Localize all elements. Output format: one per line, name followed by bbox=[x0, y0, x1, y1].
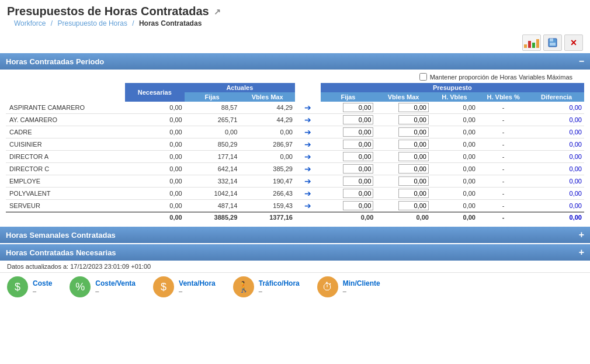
totals-diferencia: 0,00 bbox=[529, 212, 584, 222]
pres-fijas-input[interactable] bbox=[343, 201, 373, 210]
kpi-min_cliente-label: Min/Cliente bbox=[343, 279, 380, 287]
totals-hvbles-pct: - bbox=[478, 212, 529, 222]
row-label: DIRECTOR C bbox=[6, 163, 125, 175]
row-pres-fijas[interactable] bbox=[321, 163, 376, 175]
row-act-fijas: 487,14 bbox=[185, 200, 240, 213]
row-pres-vbles[interactable] bbox=[376, 138, 431, 151]
proporcion-label[interactable]: Mantener proporción de Horas Variables M… bbox=[430, 74, 572, 81]
th-diferencia: Diferencia bbox=[529, 92, 584, 102]
section-toggle-necesarias[interactable]: + bbox=[579, 247, 584, 258]
row-necesarias: 0,00 bbox=[125, 175, 185, 188]
row-pres-fijas[interactable] bbox=[321, 102, 376, 114]
totals-act-fijas: 3885,29 bbox=[185, 212, 240, 222]
pres-fijas-input[interactable] bbox=[343, 152, 373, 161]
totals-act-vbles: 1377,16 bbox=[240, 212, 295, 222]
row-label: CADRE bbox=[6, 126, 125, 138]
breadcrumb-presupuesto[interactable]: Presupuesto de Horas bbox=[58, 19, 127, 27]
row-diferencia: 0,00 bbox=[529, 102, 584, 114]
kpi-coste_venta-value: – bbox=[95, 287, 136, 294]
row-act-vbles: 0,00 bbox=[240, 126, 295, 138]
row-necesarias: 0,00 bbox=[125, 200, 185, 213]
pres-vbles-input[interactable] bbox=[398, 103, 429, 112]
pres-vbles-input[interactable] bbox=[398, 152, 429, 161]
row-hvbles-pct: - bbox=[478, 151, 529, 163]
breadcrumb-workforce[interactable]: Workforce bbox=[14, 19, 46, 27]
kpi-venta_hora[interactable]: $ Venta/Hora – bbox=[153, 276, 216, 297]
proporcion-checkbox[interactable] bbox=[419, 73, 427, 81]
close-button[interactable]: × bbox=[564, 34, 583, 51]
row-pres-fijas[interactable] bbox=[321, 188, 376, 200]
expand-icon[interactable]: ↗ bbox=[214, 7, 221, 16]
pres-fijas-input[interactable] bbox=[343, 140, 373, 149]
pres-fijas-input[interactable] bbox=[343, 176, 373, 186]
row-pres-vbles[interactable] bbox=[376, 200, 431, 213]
row-pres-fijas[interactable] bbox=[321, 175, 376, 188]
row-diferencia: 0,00 bbox=[529, 188, 584, 200]
pres-vbles-input[interactable] bbox=[398, 127, 429, 137]
row-act-fijas: 1042,14 bbox=[185, 188, 240, 200]
horas-contratadas-section: Horas Contratadas Periodo − Mantener pro… bbox=[0, 53, 590, 226]
row-pres-fijas[interactable] bbox=[321, 126, 376, 138]
section-toggle-semanales[interactable]: + bbox=[579, 230, 584, 240]
row-act-fijas: 0,00 bbox=[185, 126, 240, 138]
row-act-vbles: 0,00 bbox=[240, 151, 295, 163]
totals-arrow bbox=[295, 212, 321, 222]
row-pres-fijas[interactable] bbox=[321, 114, 376, 126]
totals-pres-fijas: 0,00 bbox=[321, 212, 376, 222]
kpi-coste[interactable]: $ Coste – bbox=[7, 276, 52, 297]
row-diferencia: 0,00 bbox=[529, 138, 584, 151]
row-pres-vbles[interactable] bbox=[376, 151, 431, 163]
pres-fijas-input[interactable] bbox=[343, 103, 373, 112]
horas-contratadas-content: Mantener proporción de Horas Variables M… bbox=[0, 70, 590, 226]
pres-vbles-input[interactable] bbox=[398, 201, 429, 210]
kpi-bar: $ Coste – % Coste/Venta – $ Venta/Hora –… bbox=[0, 272, 590, 301]
section-header-necesarias[interactable]: Horas Contratadas Necesarias + bbox=[0, 244, 590, 261]
row-necesarias: 0,00 bbox=[125, 151, 185, 163]
page-title: Presupuestos de Horas Contratadas ↗ bbox=[7, 5, 583, 18]
table-row: SERVEUR 0,00 487,14 159,43 ➔ 0,00 - 0,00 bbox=[6, 200, 584, 213]
kpi-venta_hora-value: – bbox=[179, 287, 216, 294]
kpi-coste-icon: $ bbox=[7, 276, 28, 297]
pres-fijas-input[interactable] bbox=[343, 115, 373, 124]
row-hvbles: 0,00 bbox=[431, 151, 478, 163]
row-pres-vbles[interactable] bbox=[376, 163, 431, 175]
row-label: DIRECTOR A bbox=[6, 151, 125, 163]
row-pres-vbles[interactable] bbox=[376, 188, 431, 200]
kpi-min_cliente-text: Min/Cliente – bbox=[343, 279, 380, 294]
row-act-vbles: 159,43 bbox=[240, 200, 295, 213]
row-pres-vbles[interactable] bbox=[376, 175, 431, 188]
row-label: CUISINIER bbox=[6, 138, 125, 151]
kpi-venta_hora-icon: $ bbox=[153, 276, 174, 297]
pres-vbles-input[interactable] bbox=[398, 189, 429, 198]
kpi-coste_venta[interactable]: % Coste/Venta – bbox=[70, 276, 136, 297]
pres-fijas-input[interactable] bbox=[343, 164, 373, 174]
section-header-semanales[interactable]: Horas Semanales Contratadas + bbox=[0, 227, 590, 243]
row-pres-vbles[interactable] bbox=[376, 114, 431, 126]
row-arrow: ➔ bbox=[295, 138, 321, 151]
kpi-trafico_hora[interactable]: 🚶 Tráfico/Hora – bbox=[233, 276, 300, 297]
save-button[interactable] bbox=[543, 34, 562, 51]
pres-fijas-input[interactable] bbox=[343, 189, 373, 198]
pres-vbles-input[interactable] bbox=[398, 115, 429, 124]
row-pres-fijas[interactable] bbox=[321, 151, 376, 163]
row-pres-vbles[interactable] bbox=[376, 126, 431, 138]
footer-bar: Datos actualizados a: 17/12/2023 23:01:0… bbox=[0, 261, 590, 272]
kpi-coste-label: Coste bbox=[33, 279, 52, 287]
row-pres-fijas[interactable] bbox=[321, 138, 376, 151]
row-hvbles-pct: - bbox=[478, 188, 529, 200]
kpi-trafico_hora-value: – bbox=[259, 287, 300, 294]
chart-button[interactable] bbox=[522, 34, 541, 51]
row-arrow: ➔ bbox=[295, 151, 321, 163]
section-toggle-horas-contratadas[interactable]: − bbox=[579, 56, 584, 67]
pres-fijas-input[interactable] bbox=[343, 127, 373, 137]
row-act-fijas: 177,14 bbox=[185, 151, 240, 163]
pres-vbles-input[interactable] bbox=[398, 164, 429, 174]
th-presupuesto: Presupuesto bbox=[321, 83, 584, 92]
pres-vbles-input[interactable] bbox=[398, 176, 429, 186]
row-pres-fijas[interactable] bbox=[321, 200, 376, 213]
svg-rect-2 bbox=[550, 43, 556, 46]
row-pres-vbles[interactable] bbox=[376, 102, 431, 114]
pres-vbles-input[interactable] bbox=[398, 140, 429, 149]
section-header-horas-contratadas[interactable]: Horas Contratadas Periodo − bbox=[0, 53, 590, 70]
kpi-min_cliente[interactable]: ⏱ Min/Cliente – bbox=[317, 276, 380, 297]
